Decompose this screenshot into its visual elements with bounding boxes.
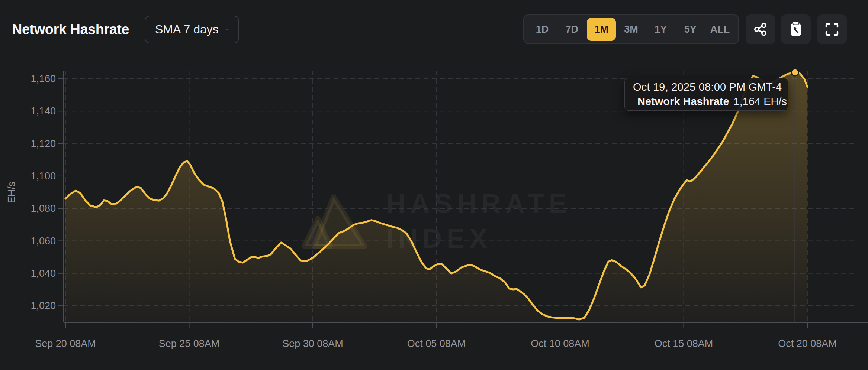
clipboard-icon [788,21,803,38]
range-button-7d[interactable]: 7D [557,18,586,41]
hashrate-chart: HASHRATEINDEX1,1601,1401,1201,1001,0801,… [0,0,868,370]
y-tick-label: 1,120 [30,138,56,149]
watermark-text: HASHRATE [386,189,572,218]
x-tick-label: Sep 30 08AM [282,338,343,349]
copy-to-clipboard-button[interactable] [781,14,811,44]
x-tick-label: Sep 20 08AM [35,338,96,349]
range-button-1d[interactable]: 1D [528,18,557,41]
range-button-3m[interactable]: 3M [617,18,646,41]
y-tick-label: 1,080 [30,203,56,214]
network-hashrate-panel: HASHRATEINDEX1,1601,1401,1201,1001,0801,… [0,0,868,370]
page-title: Network Hashrate [12,22,129,38]
y-tick-label: 1,160 [30,73,56,84]
time-range-selector: 1D7D1M3M1Y5YALL [523,14,739,44]
share-button[interactable] [746,14,775,44]
y-tick-label: 1,060 [30,236,56,247]
y-tick-label: 1,100 [30,171,56,182]
y-tick-label: 1,140 [30,106,56,117]
y-tick-label: 1,040 [30,268,56,279]
y-tick-label: 1,020 [30,300,56,311]
range-button-all[interactable]: ALL [705,18,734,41]
x-tick-label: Oct 05 08AM [407,338,466,349]
sma-dropdown-value: SMA 7 days [155,23,219,36]
tooltip-series-label: Network Hashrate [637,95,729,108]
chevron-down-icon [225,27,229,32]
y-axis-unit-label: EH/s [6,182,17,204]
chart-tooltip: Oct 19, 2025 08:00 PM GMT-4 Network Hash… [624,78,788,111]
fullscreen-icon [825,23,839,36]
highlighted-data-point[interactable] [791,69,798,76]
range-button-1y[interactable]: 1Y [646,18,675,41]
x-tick-label: Oct 15 08AM [655,338,713,349]
share-icon [753,22,768,36]
range-button-1m[interactable]: 1M [587,18,616,41]
range-button-5y[interactable]: 5Y [676,18,705,41]
sma-dropdown[interactable]: SMA 7 days [145,16,239,43]
fullscreen-button[interactable] [817,14,847,44]
tooltip-value: 1,164 EH/s [734,95,787,108]
x-tick-label: Sep 25 08AM [159,338,220,349]
tooltip-date: Oct 19, 2025 08:00 PM GMT-4 [633,81,779,93]
x-tick-label: Oct 10 08AM [531,338,589,349]
x-tick-label: Oct 20 08AM [778,338,837,349]
